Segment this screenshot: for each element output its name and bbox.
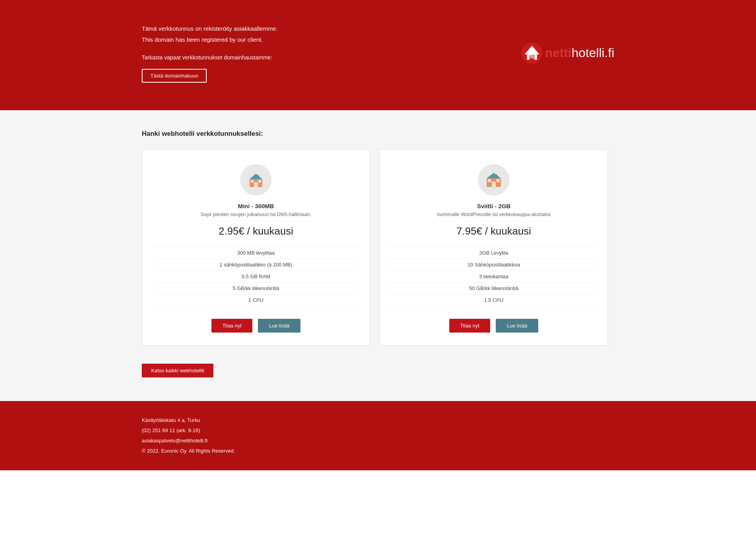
plan-sviitti-order-button[interactable]: Tilaa nyt bbox=[449, 319, 491, 333]
svg-rect-13 bbox=[492, 181, 496, 187]
hero-text: Tämä verkkotunnus on rekisteröity asiakk… bbox=[142, 24, 278, 83]
svg-rect-8 bbox=[251, 180, 254, 183]
plan-mini-feature-3: 5 GB/kk liikennöintiä bbox=[154, 283, 358, 294]
logo-rest: hotelli.fi bbox=[572, 46, 615, 60]
plan-sviitti-feature-4: 1.5 CPU bbox=[392, 294, 596, 306]
domain-search-button[interactable]: Tästä domainhakuun bbox=[142, 69, 207, 83]
plan-card-sviitti: Sviitti - 2GB Isommalle WordPressille ta… bbox=[380, 150, 608, 346]
plan-mini-name: Mini - 300MB bbox=[238, 203, 274, 209]
plan-sviitti-price: 7.95€ / kuukausi bbox=[456, 225, 531, 237]
footer-copyright: © 2022. Euronic Oy. All Rights Reserved. bbox=[142, 446, 614, 456]
plan-mini-order-button[interactable]: Tilaa nyt bbox=[211, 319, 253, 333]
plan-mini-actions: Tilaa nyt Lue lisää bbox=[211, 319, 301, 333]
plan-card-mini: Mini - 300MB Sopii pienten sivujen julka… bbox=[142, 150, 370, 346]
plan-mini-features: 300 MB levytilaa 1 sähköpostilaatikko (á… bbox=[154, 247, 358, 306]
svg-text:N: N bbox=[530, 54, 534, 60]
footer-email[interactable]: asiakaspalvelu@nettihotelli.fi bbox=[142, 438, 208, 444]
plans-grid: Mini - 300MB Sopii pienten sivujen julka… bbox=[142, 150, 614, 346]
plan-icon-mini-wrap bbox=[240, 164, 272, 196]
footer-phone: (02) 251 69 11 (ark. 9-16) bbox=[142, 425, 614, 436]
plan-icon-mini bbox=[247, 171, 265, 189]
hero-section: Tämä verkkotunnus on rekisteröity asiakk… bbox=[0, 0, 756, 110]
plan-mini-desc: Sopii pienten sivujen julkaisuun tai DNS… bbox=[200, 212, 311, 217]
plan-sviitti-feature-1: 10 Sähköpostilaatikkoa bbox=[392, 259, 596, 271]
svg-rect-10 bbox=[258, 175, 259, 178]
plan-sviitti-more-button[interactable]: Lue lisää bbox=[496, 319, 538, 333]
logo-text: nettihotelli.fi bbox=[545, 46, 614, 60]
plan-sviitti-feature-0: 2GB Levytila bbox=[392, 247, 596, 259]
footer-inner: Käsityöläiskatu 4 a, Turku (02) 251 69 1… bbox=[126, 415, 630, 456]
plan-sviitti-name: Sviitti - 2GB bbox=[477, 203, 510, 209]
svg-marker-12 bbox=[487, 173, 501, 178]
plan-mini-feature-0: 300 MB levytilaa bbox=[154, 247, 358, 259]
svg-marker-6 bbox=[250, 174, 262, 179]
plan-icon-sviitti-wrap bbox=[478, 164, 510, 196]
plan-mini-feature-1: 1 sähköpostilaatikko (á 200 MB) bbox=[154, 259, 358, 271]
main-content: Hanki webhotelli verkkotunnukselIesi: bbox=[0, 110, 756, 401]
svg-rect-9 bbox=[258, 180, 261, 183]
hero-line2: This domain has been registered by our c… bbox=[142, 35, 278, 45]
footer-address: Käsityöläiskatu 4 a, Turku bbox=[142, 415, 614, 425]
plan-sviitti-actions: Tilaa nyt Lue lisää bbox=[449, 319, 539, 333]
plan-mini-feature-2: 0.5 GB RAM bbox=[154, 271, 358, 283]
svg-rect-15 bbox=[497, 179, 500, 182]
section-title: Hanki webhotelli verkkotunnukselIesi: bbox=[142, 130, 614, 138]
logo: N nettihotelli.fi bbox=[521, 43, 614, 64]
plan-mini-price: 2.95€ / kuukausi bbox=[219, 225, 293, 237]
svg-rect-7 bbox=[254, 182, 258, 187]
logo-icon: N bbox=[521, 43, 543, 64]
plan-mini-feature-4: 1 CPU bbox=[154, 294, 358, 306]
svg-rect-14 bbox=[488, 179, 491, 182]
plan-sviitti-desc: Isommalle WordPressille tai verkkokauppa… bbox=[437, 212, 550, 217]
hero-line1: Tämä verkkotunnus on rekisteröity asiakk… bbox=[142, 24, 278, 34]
plan-sviitti-feature-2: 3 tietokantaa bbox=[392, 271, 596, 283]
domain-check-label: Tarkasta vapaat verkkotunnukset domainha… bbox=[142, 53, 278, 63]
plan-sviitti-features: 2GB Levytila 10 Sähköpostilaatikkoa 3 ti… bbox=[392, 247, 596, 306]
plan-sviitti-feature-3: 50 GB/kk liikennöintiä bbox=[392, 283, 596, 294]
see-all-button[interactable]: Katso kaikki webhotellit bbox=[142, 364, 213, 377]
logo-red-part: netti bbox=[545, 46, 572, 60]
svg-rect-16 bbox=[496, 174, 497, 178]
plan-mini-more-button[interactable]: Lue lisää bbox=[258, 319, 300, 333]
footer: Käsityöläiskatu 4 a, Turku (02) 251 69 1… bbox=[0, 401, 756, 470]
plan-icon-sviitti bbox=[485, 171, 502, 189]
